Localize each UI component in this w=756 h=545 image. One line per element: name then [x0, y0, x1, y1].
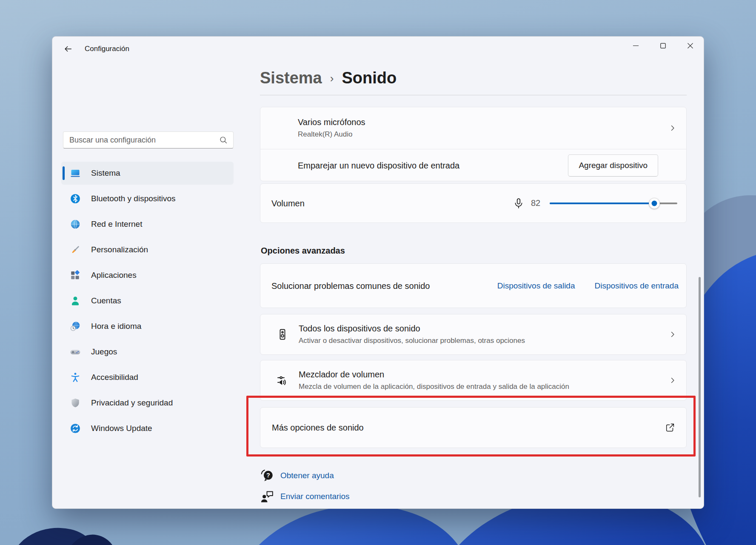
volume-slider-thumb[interactable]: [649, 198, 660, 209]
gaming-icon: [70, 346, 81, 357]
help-bubble-icon: ?: [260, 468, 274, 483]
troubleshoot-card: Solucionar problemas comunes de sonido D…: [260, 263, 687, 308]
chevron-right-icon: [668, 376, 677, 385]
mixer-subtitle: Mezcla de volumen de la aplicación, disp…: [299, 382, 569, 391]
breadcrumb-parent[interactable]: Sistema: [260, 69, 322, 87]
sidebar-item-accesibilidad[interactable]: Accesibilidad: [61, 366, 234, 389]
settings-window: Configuración: [52, 36, 704, 509]
apps-icon: [70, 270, 81, 281]
output-devices-link[interactable]: Dispositivos de salida: [497, 281, 575, 291]
microphones-subtitle: Realtek(R) Audio: [298, 130, 686, 139]
feedback-person-icon: [260, 489, 274, 504]
search-box: [63, 131, 234, 148]
mixer-text: Mezclador de volumen Mezcla de volumen d…: [299, 370, 569, 391]
bluetooth-icon: [70, 193, 81, 204]
send-feedback-label: Enviar comentarios: [280, 492, 350, 501]
external-link-icon: [665, 422, 675, 433]
breadcrumb: Sistema › Sonido: [260, 69, 397, 87]
sidebar-item-cuentas[interactable]: Cuentas: [61, 289, 234, 312]
back-button[interactable]: [60, 42, 76, 56]
main-content: Sistema › Sonido Varios micrófonos Realt…: [260, 37, 687, 508]
close-icon: [686, 41, 695, 50]
microphones-title: Varios micrófonos: [298, 117, 686, 127]
personalization-icon: [70, 244, 81, 255]
search-input[interactable]: [63, 132, 233, 148]
svg-text:?: ?: [266, 472, 270, 479]
sidebar-item-privacidad[interactable]: Privacidad y seguridad: [61, 391, 234, 414]
window-title: Configuración: [85, 45, 129, 53]
speaker-device-icon: [276, 328, 289, 341]
send-feedback-link[interactable]: Enviar comentarios: [260, 488, 350, 505]
sidebar-item-label: Windows Update: [91, 424, 152, 433]
all-devices-text: Todos los dispositivos de sonido Activar…: [299, 324, 525, 345]
volume-label: Volumen: [271, 198, 305, 208]
sidebar-item-aplicaciones[interactable]: Aplicaciones: [61, 264, 234, 287]
sidebar-item-label: Sistema: [91, 168, 120, 178]
sidebar-item-label: Red e Internet: [91, 220, 142, 229]
desktop-wallpaper: Configuración: [0, 0, 756, 545]
chevron-right-icon: [668, 124, 677, 132]
sidebar-item-label: Privacidad y seguridad: [91, 398, 173, 408]
add-device-button[interactable]: Agregar dispositivo: [568, 154, 658, 177]
sidebar-item-sistema[interactable]: Sistema: [61, 162, 234, 185]
sidebar-item-bluetooth[interactable]: Bluetooth y dispositivos: [61, 187, 234, 210]
chevron-right-icon: [668, 330, 677, 339]
sidebar-item-label: Accesibilidad: [91, 373, 138, 382]
sidebar-item-personalizacion[interactable]: Personalización: [61, 238, 234, 261]
troubleshoot-label: Solucionar problemas comunes de sonido: [271, 281, 430, 291]
sidebar-item-label: Aplicaciones: [91, 271, 137, 280]
input-devices-card: Varios micrófonos Realtek(R) Audio Empar…: [260, 107, 687, 181]
sidebar-nav: Sistema Bluetooth y dispositivos Red e I…: [61, 162, 234, 440]
advanced-section-header: Opciones avanzadas: [261, 246, 345, 256]
search-icon[interactable]: [219, 135, 228, 145]
sidebar-item-hora-idioma[interactable]: Hora e idioma: [61, 315, 234, 338]
microphones-row[interactable]: Varios micrófonos Realtek(R) Audio: [260, 107, 686, 149]
get-help-link[interactable]: ? Obtener ayuda: [260, 467, 334, 484]
sidebar-item-label: Personalización: [91, 245, 148, 254]
sidebar-item-label: Cuentas: [91, 296, 121, 305]
input-devices-link[interactable]: Dispositivos de entrada: [595, 281, 679, 291]
sidebar-item-label: Bluetooth y dispositivos: [91, 194, 176, 203]
pair-device-row: Emparejar un nuevo dispositivo de entrad…: [260, 149, 686, 182]
selected-accent-bar: [63, 166, 65, 180]
scroll-clip-line: [260, 95, 687, 95]
more-sound-options-row[interactable]: Más opciones de sonido: [260, 407, 687, 448]
sidebar-item-label: Juegos: [91, 347, 117, 357]
time-language-icon: [70, 321, 81, 332]
all-devices-title: Todos los dispositivos de sonido: [299, 324, 525, 334]
sidebar-item-red-internet[interactable]: Red e Internet: [61, 213, 234, 236]
volume-value: 82: [531, 198, 545, 208]
all-devices-subtitle: Activar o desactivar dispositivos, soluc…: [299, 337, 525, 345]
accessibility-icon: [70, 372, 81, 383]
volume-mixer-icon: [276, 374, 289, 387]
mixer-title: Mezclador de volumen: [299, 370, 569, 380]
windows-update-icon: [70, 423, 81, 434]
volume-slider[interactable]: [550, 197, 677, 209]
microphone-icon: [513, 197, 525, 209]
troubleshoot-links: Dispositivos de salida Dispositivos de e…: [497, 264, 679, 308]
sidebar: Sistema Bluetooth y dispositivos Red e I…: [61, 131, 234, 442]
privacy-icon: [70, 397, 81, 408]
system-icon: [70, 168, 81, 179]
volume-controls: 82: [513, 184, 677, 223]
vertical-scrollbar[interactable]: [699, 277, 701, 497]
more-options-title: Más opciones de sonido: [272, 423, 364, 433]
volume-mixer-row[interactable]: Mezclador de volumen Mezcla de volumen d…: [260, 360, 687, 401]
accounts-icon: [70, 295, 81, 306]
network-icon: [70, 219, 81, 230]
pair-device-label: Emparejar un nuevo dispositivo de entrad…: [298, 161, 459, 171]
sidebar-item-label: Hora e idioma: [91, 322, 141, 331]
get-help-label: Obtener ayuda: [280, 471, 334, 480]
volume-card: Volumen 82: [260, 183, 687, 223]
volume-slider-fill: [550, 203, 654, 204]
all-sound-devices-row[interactable]: Todos los dispositivos de sonido Activar…: [260, 314, 687, 355]
sidebar-item-windows-update[interactable]: Windows Update: [61, 417, 234, 440]
page-title: Sonido: [342, 69, 397, 87]
back-arrow-icon: [63, 44, 73, 54]
breadcrumb-separator-icon: ›: [330, 72, 334, 85]
sidebar-item-juegos[interactable]: Juegos: [61, 340, 234, 363]
